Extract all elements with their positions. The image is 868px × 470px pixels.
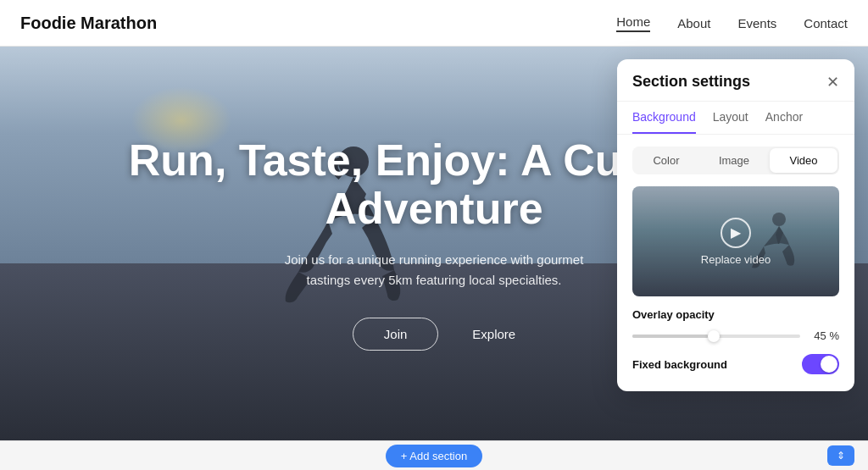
video-overlay: ▶ Replace video <box>632 186 839 296</box>
add-section-bar: + Add section ⇕ <box>0 440 868 470</box>
bg-type-color[interactable]: Color <box>632 147 700 174</box>
bg-type-selector: Color Image Video <box>632 147 839 174</box>
nav-contact[interactable]: Contact <box>804 16 848 30</box>
fixed-background-label: Fixed background <box>632 358 727 371</box>
video-play-icon: ▶ <box>721 218 751 248</box>
chevron-up-down-icon: ⇕ <box>837 450 845 462</box>
site-logo: Foodie Marathon <box>20 14 157 33</box>
overlay-opacity-section: Overlay opacity 45 % <box>617 296 854 342</box>
hero-subtitle: Join us for a unique running experience … <box>264 250 604 290</box>
opacity-slider-track[interactable] <box>632 335 800 338</box>
close-panel-button[interactable]: ✕ <box>826 75 839 90</box>
bg-type-image[interactable]: Image <box>700 147 768 174</box>
tab-anchor[interactable]: Anchor <box>765 110 803 134</box>
opacity-row: 45 % <box>632 329 839 342</box>
panel-header: Section settings ✕ <box>617 59 854 102</box>
opacity-slider-thumb[interactable] <box>708 330 720 342</box>
panel-tabs: Background Layout Anchor <box>617 102 854 135</box>
tab-background[interactable]: Background <box>632 110 696 134</box>
fixed-background-toggle[interactable] <box>802 354 839 374</box>
opacity-slider-fill <box>632 335 708 338</box>
scroll-button[interactable]: ⇕ <box>827 445 854 466</box>
overlay-opacity-label: Overlay opacity <box>632 308 839 321</box>
tab-layout[interactable]: Layout <box>713 110 748 134</box>
nav-links: Home About Events Contact <box>616 14 848 32</box>
join-button[interactable]: Join <box>353 318 439 351</box>
explore-button[interactable]: Explore <box>472 327 515 341</box>
toggle-knob <box>821 356 837 373</box>
fixed-background-row: Fixed background <box>617 342 854 374</box>
video-thumbnail[interactable]: ▶ Replace video <box>632 186 839 296</box>
opacity-value: 45 % <box>809 329 839 342</box>
navbar: Foodie Marathon Home About Events Contac… <box>0 0 868 47</box>
panel-title: Section settings <box>632 73 750 91</box>
add-section-button[interactable]: + Add section <box>386 445 482 467</box>
nav-about[interactable]: About <box>677 16 710 30</box>
replace-video-label: Replace video <box>701 253 771 266</box>
section-settings-panel: Section settings ✕ Background Layout Anc… <box>617 59 854 391</box>
bg-type-video[interactable]: Video <box>770 148 837 173</box>
nav-events[interactable]: Events <box>737 16 776 30</box>
nav-home[interactable]: Home <box>616 14 650 32</box>
